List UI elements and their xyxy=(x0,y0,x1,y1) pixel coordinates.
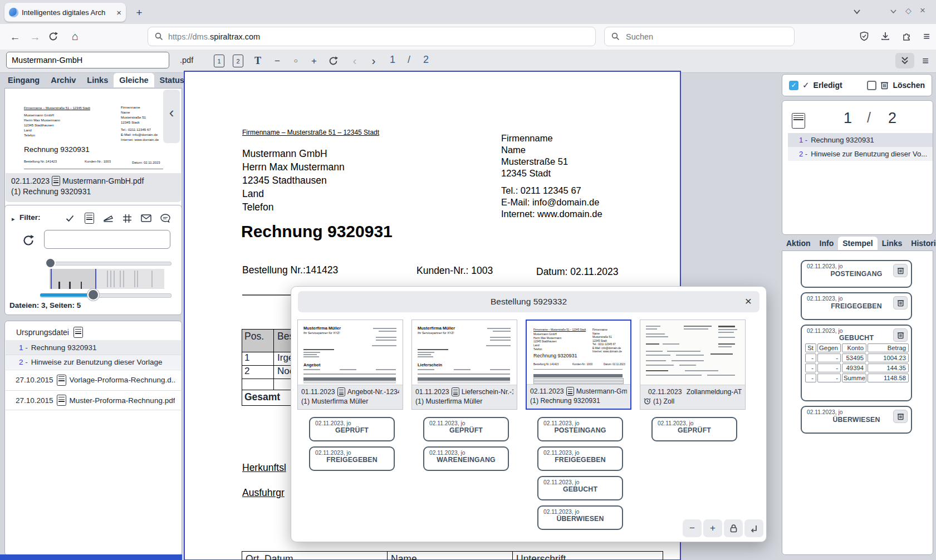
window-minimize-button[interactable] xyxy=(890,8,897,15)
gebucht-header: Konto xyxy=(842,343,866,352)
stamp-freigegeben: 02.11.2023, joFREIGEGEBEN xyxy=(309,446,395,471)
preview-customer-no: Kunden-Nr.: 1003 xyxy=(85,160,111,163)
tab-list-chevron-icon[interactable] xyxy=(853,8,861,16)
new-tab-button[interactable]: + xyxy=(133,6,146,19)
filter-expand-icon[interactable]: ▸ xyxy=(12,215,15,223)
stamp-delete-button[interactable] xyxy=(893,410,908,423)
page-row-2[interactable]: 2 - Hinweise zur Benutzung dieser Vo... xyxy=(788,147,933,161)
right-tabs: Aktion Info Stempel Links Historie xyxy=(782,237,933,250)
filter-document-icon[interactable] xyxy=(85,213,94,224)
gebucht-cell: - xyxy=(817,363,841,372)
search-bar[interactable] xyxy=(604,27,795,46)
pages-card: 1 / 2 1 - Rechnung 9320931 2 - Hinweise … xyxy=(782,100,933,235)
slider-handle[interactable] xyxy=(45,258,56,268)
origin-page-row-1[interactable]: 1 - Rechnung 9320931 xyxy=(6,340,181,355)
file-row-selected[interactable]: 02.11.2023 Mustermann-GmbH.pdf (1) Rechn… xyxy=(6,173,181,202)
modal-close-icon[interactable]: × xyxy=(745,294,752,308)
search-input[interactable] xyxy=(625,32,772,42)
page-one-layout-button[interactable]: 1 xyxy=(214,55,224,67)
search-icon xyxy=(155,32,163,41)
tab-info[interactable]: Info xyxy=(815,237,839,250)
tab-close-icon[interactable]: × xyxy=(116,8,121,17)
zoom-reset-button[interactable]: ○ xyxy=(290,55,301,67)
application-window: Intelligentes digitales Arch × + ◇ × ← →… xyxy=(0,0,936,560)
tab-aktion[interactable]: Aktion xyxy=(782,237,815,250)
modal-zoom-out-button[interactable]: − xyxy=(683,519,702,537)
filter-check-icon[interactable] xyxy=(65,214,75,223)
filter-mail-icon[interactable] xyxy=(141,214,151,222)
thumb-lieferschein[interactable]: Musterfirma Müller Ihr Servicepartner fü… xyxy=(411,320,517,410)
thumb-rechnung-selected[interactable]: Firmenname – Musterstraße 51 – 12345 Sta… xyxy=(526,320,631,410)
downloads-icon[interactable] xyxy=(880,31,890,41)
document-thumbnail-preview[interactable]: Firmenname – Musterstraße 51 – 12345 Sta… xyxy=(5,89,182,172)
window-maximize-button[interactable]: ◇ xyxy=(905,6,912,15)
page-row-1[interactable]: 1 - Rechnung 9320931 xyxy=(788,133,933,147)
app-menu-icon[interactable]: ≡ xyxy=(919,53,932,68)
slider-handle[interactable] xyxy=(87,289,99,301)
extensions-icon[interactable] xyxy=(901,31,912,41)
items-cell-empty xyxy=(242,379,274,390)
tab-eingang[interactable]: Eingang xyxy=(2,73,45,87)
filter-refresh-icon[interactable] xyxy=(22,234,35,247)
browser-tab[interactable]: Intelligentes digitales Arch × xyxy=(4,3,126,22)
modal-lock-button[interactable] xyxy=(724,519,743,537)
filter-comment-icon[interactable] xyxy=(160,214,170,223)
home-button[interactable]: ⌂ xyxy=(68,29,82,43)
stamp-delete-button[interactable] xyxy=(893,296,908,310)
rotate-button[interactable] xyxy=(328,56,339,66)
stamp-delete-button[interactable] xyxy=(893,264,908,277)
text-tool-button[interactable]: T xyxy=(252,55,263,67)
left-tabs: Eingang Archiv Links Gleiche Status xyxy=(2,73,182,87)
page-histogram xyxy=(50,269,164,289)
origin-page-row-2[interactable]: 2 - Hinweise zur Benutzung dieser Vorlag… xyxy=(6,355,181,369)
stamp-delete-button[interactable] xyxy=(893,328,908,342)
shield-icon[interactable] xyxy=(859,31,869,41)
collapse-toolbar-button[interactable] xyxy=(895,53,914,68)
range-slider-top[interactable] xyxy=(45,258,170,268)
browser-tab-bar: Intelligentes digitales Arch × + ◇ × xyxy=(0,0,936,24)
thumb-tagline: Ihr Servicepartner für XYZ! xyxy=(303,331,340,335)
document-name-input[interactable] xyxy=(6,52,169,68)
tab-stempel[interactable]: Stempel xyxy=(838,237,877,250)
tab-links[interactable]: Links xyxy=(878,237,907,250)
origin-header: Ursprungsdatei xyxy=(16,327,83,338)
range-slider-bottom[interactable] xyxy=(40,289,170,300)
trash-icon xyxy=(897,267,904,274)
filter-grid-icon[interactable] xyxy=(122,214,132,223)
thumb-date: 01.11.2023 xyxy=(301,387,335,397)
origin-file-name: Muster-Proforma-Rechnung.pdf xyxy=(70,396,175,405)
reload-button[interactable] xyxy=(48,31,58,42)
thumb-angebot[interactable]: Musterfirma Müller Ihr Servicepartner fü… xyxy=(297,320,403,410)
menu-hamburger-icon[interactable]: ≡ xyxy=(920,30,933,43)
tab-gleiche[interactable]: Gleiche xyxy=(114,73,154,87)
gebucht-cell: - xyxy=(805,353,816,362)
filter-text-input[interactable] xyxy=(44,230,170,249)
tab-historie[interactable]: Historie xyxy=(906,237,936,250)
trash-icon xyxy=(897,412,904,420)
zoom-in-button[interactable]: + xyxy=(308,55,320,67)
thumb-date: 02.11.2023 xyxy=(648,387,682,397)
search-icon xyxy=(611,32,620,41)
collapse-panel-button[interactable]: ‹ xyxy=(163,90,180,143)
filter-scan-icon[interactable] xyxy=(103,214,114,223)
page-two-layout-button[interactable]: 2 xyxy=(233,55,243,67)
document-icon xyxy=(52,176,60,186)
back-button[interactable]: ← xyxy=(8,30,22,44)
modal-dock-button[interactable] xyxy=(744,519,763,537)
prev-page-button[interactable]: ‹ xyxy=(349,53,360,67)
thumb-zollanmeldung[interactable]: 02.11.2023 Zollanmeldung-AT... (1) Zoll xyxy=(640,320,746,410)
zoom-out-button[interactable]: − xyxy=(272,55,283,67)
modal-zoom-in-button[interactable]: + xyxy=(703,519,722,537)
forward-button[interactable]: → xyxy=(28,30,42,44)
page-num: 1 - xyxy=(799,136,807,144)
url-bar[interactable]: https://dms.spiraltrax.com xyxy=(148,27,596,46)
window-close-button[interactable]: × xyxy=(920,5,925,16)
origin-file-row-1[interactable]: 27.10.2015 Vorlage-Proforma-Rechnung.d..… xyxy=(6,370,181,390)
origin-file-row-2[interactable]: 27.10.2015 Muster-Proforma-Rechnung.pdf xyxy=(6,390,181,410)
loeschen-checkbox[interactable] xyxy=(867,81,876,90)
bottom-accent-strip xyxy=(0,554,182,560)
tab-archiv[interactable]: Archiv xyxy=(45,73,81,87)
erledigt-checkbox[interactable]: ✓ xyxy=(789,81,798,90)
next-page-button[interactable]: › xyxy=(368,53,379,67)
tab-links[interactable]: Links xyxy=(81,73,114,87)
